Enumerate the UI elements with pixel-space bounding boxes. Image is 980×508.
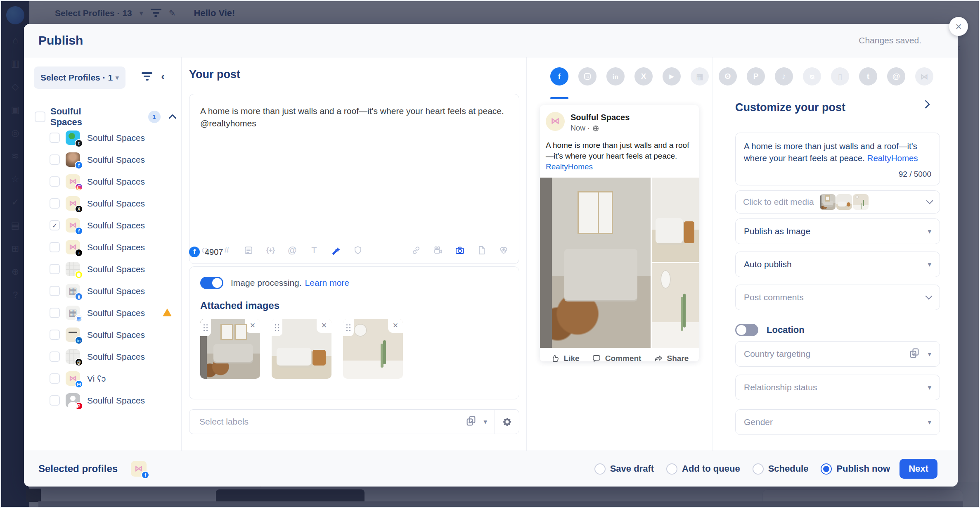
profile-row-pinterest[interactable]: Soulful Spaces: [24, 389, 181, 411]
copy-labels-icon[interactable]: [465, 415, 477, 428]
profile-row-google-business-2[interactable]: Soulful Spaces: [24, 302, 181, 324]
comment-button[interactable]: Comment: [592, 354, 641, 363]
chevron-up-icon[interactable]: [168, 114, 176, 122]
ai-assistant-icon[interactable]: [331, 245, 341, 256]
profile-checkbox[interactable]: [50, 198, 60, 209]
shield-icon[interactable]: [353, 245, 363, 256]
mention-icon[interactable]: @: [287, 245, 298, 256]
network-tab-instagram[interactable]: [578, 67, 597, 85]
preview-image-2[interactable]: [652, 178, 699, 262]
gender-dropdown[interactable]: Gender ▾: [735, 409, 940, 435]
location-toggle[interactable]: [735, 324, 758, 336]
character-counter: 92 / 5000: [899, 169, 931, 180]
relationship-status-dropdown[interactable]: Relationship status ▾: [735, 375, 940, 400]
like-button[interactable]: Like: [550, 354, 580, 363]
radio-save-draft[interactable]: [594, 463, 606, 475]
copy-icon[interactable]: [909, 347, 920, 361]
profile-checkbox[interactable]: [50, 286, 60, 296]
profile-row-bluesky[interactable]: Vi ʕɔ: [24, 368, 181, 389]
profile-row-facebook-page[interactable]: Soulful Spaces: [24, 149, 181, 171]
attached-image-1[interactable]: ×: [200, 319, 260, 379]
text-format-icon[interactable]: T: [309, 245, 320, 256]
remove-image-button[interactable]: ×: [317, 319, 331, 333]
radio-schedule[interactable]: [753, 463, 764, 475]
network-tab-linkedin[interactable]: in: [606, 67, 625, 85]
remove-image-button[interactable]: ×: [245, 319, 260, 333]
profile-checkbox[interactable]: [50, 176, 60, 187]
labels-settings-button[interactable]: [495, 417, 519, 427]
profile-checkbox-checked[interactable]: ✓: [50, 220, 60, 230]
post-text-editor[interactable]: A home is more than just walls and a roo…: [189, 94, 519, 264]
option-publish-now[interactable]: Publish now: [821, 463, 890, 475]
link-icon[interactable]: [411, 245, 421, 256]
group-checkbox[interactable]: [35, 112, 45, 122]
customize-link[interactable]: RealtyHomes: [867, 153, 918, 163]
close-button[interactable]: ×: [949, 17, 968, 36]
avatar: [66, 196, 80, 211]
document-icon[interactable]: [476, 245, 487, 256]
profile-row-threads[interactable]: Soulful Spaces: [24, 346, 181, 368]
country-targeting-dropdown[interactable]: Country targeting ▾: [735, 341, 940, 367]
attached-image-3[interactable]: ×: [343, 319, 403, 379]
network-tab-facebook[interactable]: f: [550, 67, 568, 85]
profile-checkbox[interactable]: [50, 373, 60, 384]
profile-checkbox[interactable]: [50, 308, 60, 318]
profile-checkbox[interactable]: [50, 395, 60, 406]
collapse-panel-icon[interactable]: ‹: [161, 70, 165, 83]
network-tab-google-business[interactable]: ▦: [691, 67, 709, 85]
option-save-draft[interactable]: Save draft: [594, 463, 654, 475]
edit-media-field[interactable]: Click to edit media: [735, 190, 940, 214]
option-schedule[interactable]: Schedule: [753, 463, 809, 475]
camera-icon[interactable]: [454, 245, 465, 256]
chevron-right-icon[interactable]: [921, 100, 930, 109]
auto-publish-dropdown[interactable]: Auto publish ▾: [735, 252, 940, 277]
share-button[interactable]: Share: [653, 354, 689, 363]
snippet-icon[interactable]: [243, 245, 254, 256]
media-library-icon[interactable]: [498, 245, 509, 256]
profile-row-instagram[interactable]: Soulful Spaces: [24, 171, 181, 192]
profile-checkbox[interactable]: [50, 133, 60, 143]
customize-text-field[interactable]: A home is more than just walls and a roo…: [735, 133, 940, 185]
drag-handle-icon[interactable]: [272, 319, 282, 336]
select-profiles-dropdown[interactable]: Select Profiles · 1 ▾: [34, 66, 125, 89]
profile-row-google-business-1[interactable]: Soulful Spaces: [24, 280, 181, 302]
profile-checkbox[interactable]: [50, 351, 60, 362]
drag-handle-icon[interactable]: [343, 319, 354, 336]
select-labels-field[interactable]: Select labels ▾: [189, 409, 519, 434]
remove-image-button[interactable]: ×: [388, 319, 403, 333]
profile-row-tiktok[interactable]: Soulful Spaces: [24, 236, 181, 258]
preview-image-1[interactable]: [540, 178, 651, 348]
modal-body: Select Profiles · 1 ▾ ‹ Soulful Spaces 1…: [24, 57, 958, 451]
learn-more-link[interactable]: Learn more: [305, 278, 349, 288]
preview-link[interactable]: RealtyHomes: [546, 162, 593, 171]
profile-group-row[interactable]: Soulful Spaces 1: [35, 109, 175, 125]
profile-checkbox[interactable]: [50, 154, 60, 165]
profile-checkbox[interactable]: [50, 264, 60, 274]
video-icon[interactable]: [433, 245, 443, 256]
drag-handle-icon[interactable]: [200, 319, 211, 336]
publish-as-dropdown[interactable]: Publish as Image ▾: [735, 218, 940, 244]
profile-row-linkedin[interactable]: Soulful Spaces: [24, 324, 181, 346]
profile-row-snapchat[interactable]: Soulful Spaces: [24, 258, 181, 280]
radio-add-to-queue[interactable]: [666, 463, 677, 475]
profile-row-tumblr[interactable]: Soulful Spaces: [24, 127, 181, 149]
network-tab-x[interactable]: X: [634, 67, 653, 85]
profile-row-facebook-selected[interactable]: ✓ Soulful Spaces: [24, 214, 181, 236]
media-mini-3: [853, 194, 869, 210]
network-tab-youtube[interactable]: ▶: [663, 67, 681, 85]
variables-icon[interactable]: {+}: [265, 245, 276, 256]
radio-publish-now[interactable]: [821, 463, 832, 475]
attached-image-2[interactable]: ×: [272, 319, 331, 379]
next-button[interactable]: Next: [900, 459, 937, 479]
profile-label: Soulful Spaces: [87, 221, 145, 230]
image-processing-toggle[interactable]: [200, 277, 223, 289]
caret-down-icon[interactable]: ▾: [483, 418, 487, 426]
profile-checkbox[interactable]: [50, 242, 60, 252]
post-text[interactable]: A home is more than just walls and a roo…: [189, 94, 519, 130]
profile-checkbox[interactable]: [50, 330, 60, 340]
post-comments-dropdown[interactable]: Post comments: [735, 285, 940, 310]
filter-profiles-icon[interactable]: [142, 72, 152, 81]
preview-image-3[interactable]: [652, 263, 699, 348]
profile-row-x[interactable]: Soulful Spaces: [24, 192, 181, 214]
option-add-to-queue[interactable]: Add to queue: [666, 463, 740, 475]
